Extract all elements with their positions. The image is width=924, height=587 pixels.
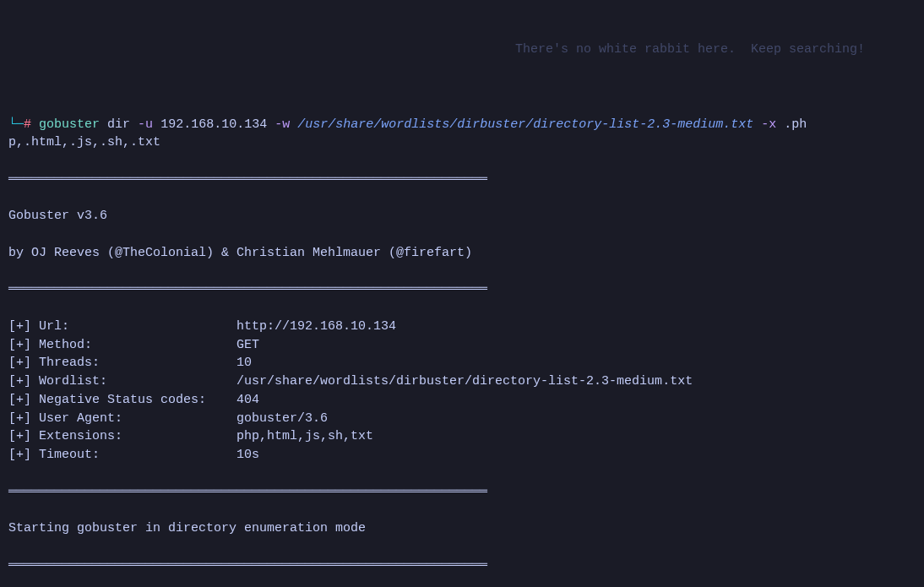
- config-block: [+] Url: http://192.168.10.134[+] Method…: [8, 318, 916, 465]
- flag-w: -w: [274, 117, 290, 132]
- target-ip: 192.168.10.134: [160, 117, 267, 132]
- config-line: [+] Method: GET: [8, 336, 916, 355]
- command-binary: gobuster: [39, 117, 100, 132]
- config-line: [+] Threads: 10: [8, 354, 916, 372]
- divider: ════════════════════════════════════════…: [8, 557, 916, 575]
- flag-x: -x: [761, 117, 776, 132]
- config-line: [+] Timeout: 10s: [8, 446, 916, 465]
- command-line[interactable]: └─# gobuster dir -u 192.168.10.134 -w /u…: [8, 116, 916, 134]
- command-line-wrap: p,.html,.js,.sh,.txt: [8, 133, 916, 152]
- version-line: Gobuster v3.6: [8, 207, 916, 226]
- starting-line: Starting gobuster in directory enumerati…: [8, 519, 916, 538]
- config-line: [+] Url: http://192.168.10.134: [8, 318, 916, 336]
- flag-u: -u: [138, 117, 153, 132]
- config-line: [+] Wordlist: /usr/share/wordlists/dirbu…: [8, 372, 916, 391]
- config-line: [+] Negative Status codes: 404: [8, 391, 916, 410]
- divider: ════════════════════════════════════════…: [8, 171, 916, 189]
- divider: ════════════════════════════════════════…: [8, 280, 916, 299]
- credits-line: by OJ Reeves (@TheColonial) & Christian …: [8, 244, 916, 263]
- prompt-marker: └─: [8, 117, 24, 132]
- command-subcommand: dir: [107, 117, 130, 132]
- wordlist-path: /usr/share/wordlists/dirbuster/directory…: [297, 117, 753, 132]
- prompt-hash: #: [24, 117, 31, 132]
- ext-part1: .ph: [784, 117, 807, 132]
- divider: ════════════════════════════════════════…: [8, 483, 916, 502]
- config-line: [+] User Agent: gobuster/3.6: [8, 410, 916, 428]
- background-hint: There's no white rabbit here. Keep searc…: [515, 41, 865, 59]
- config-line: [+] Extensions: php,html,js,sh,txt: [8, 427, 916, 446]
